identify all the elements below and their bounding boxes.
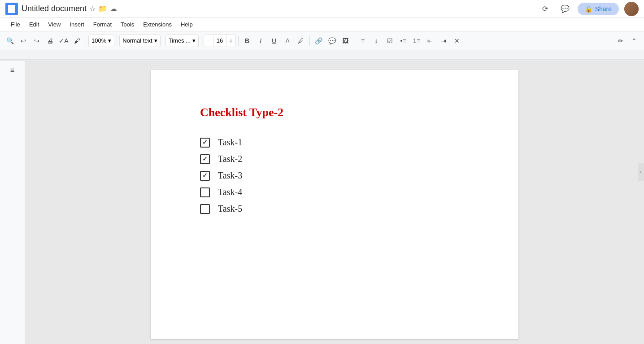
checkbox-1[interactable] (200, 138, 210, 148)
ruler: // Can't use script inside SVG here; dra… (0, 50, 644, 61)
doc-icon (5, 3, 18, 15)
paint-format-button[interactable]: 🖌 (71, 35, 83, 47)
redo-button[interactable]: ↪ (30, 35, 43, 47)
highlight-button[interactable]: 🖊 (295, 35, 307, 47)
font-size-input[interactable] (213, 35, 226, 47)
image-button[interactable]: 🖼 (339, 35, 352, 47)
page: Checklist Type-2 Task-1 Task-2 Task-3 Ta… (151, 70, 518, 339)
chevron-down-icon: ▾ (108, 37, 111, 44)
divider-2 (117, 36, 117, 46)
divider-4 (201, 36, 201, 46)
align-button[interactable]: ≡ (357, 35, 369, 47)
history-button[interactable]: ⟳ (538, 2, 553, 16)
chevron-down-icon: ▾ (154, 37, 157, 44)
outline-icon[interactable]: ≡ (10, 66, 14, 74)
font-family-dropdown[interactable]: Times ... ▾ (165, 35, 199, 47)
task-label-4: Task-4 (218, 187, 242, 197)
checkbox-5[interactable] (200, 204, 210, 214)
list-item: Task-5 (200, 204, 483, 214)
font-size-decrease[interactable]: − (204, 35, 213, 47)
share-button[interactable]: 🔒 Share (578, 3, 619, 15)
menu-help[interactable]: Help (177, 20, 196, 29)
menu-tools[interactable]: Tools (117, 20, 138, 29)
divider-5 (238, 36, 239, 46)
search-button[interactable]: 🔍 (4, 35, 16, 47)
decrease-indent-button[interactable]: ⇤ (424, 35, 436, 47)
menu-view[interactable]: View (44, 20, 64, 29)
menu-format[interactable]: Format (90, 20, 115, 29)
sidebar: ≡ (0, 61, 25, 344)
checklist: Task-1 Task-2 Task-3 Task-4 Task-5 (200, 137, 483, 214)
list-item: Task-1 (200, 137, 483, 148)
task-label-5: Task-5 (218, 204, 242, 214)
checkbox-4[interactable] (200, 187, 210, 197)
zoom-dropdown[interactable]: 100% ▾ (88, 35, 114, 47)
line-spacing-button[interactable]: ↕ (370, 35, 383, 47)
sidebar-toggle[interactable]: ‹ (638, 163, 644, 181)
lock-icon: 🔒 (585, 5, 592, 13)
doc-title[interactable]: Untitled document (22, 4, 87, 13)
increase-indent-button[interactable]: ⇥ (437, 35, 450, 47)
ruler-svg: // Can't use script inside SVG here; dra… (0, 50, 644, 61)
task-label-1: Task-1 (218, 137, 242, 148)
menu-insert[interactable]: Insert (66, 20, 88, 29)
main-area: ≡ Checklist Type-2 Task-1 Task-2 Task-3 (0, 61, 644, 344)
checkbox-3[interactable] (200, 171, 210, 181)
italic-button[interactable]: I (254, 35, 267, 47)
task-label-2: Task-2 (218, 154, 242, 164)
comment-insert-button[interactable]: 💬 (326, 35, 338, 47)
folder-icon[interactable]: 📁 (98, 4, 107, 13)
expand-button[interactable]: ⌃ (628, 35, 640, 47)
star-icon[interactable]: ☆ (89, 4, 96, 13)
avatar[interactable] (624, 2, 639, 16)
spellcheck-button[interactable]: ✓A (57, 35, 70, 47)
divider-1 (86, 36, 86, 46)
comment-button[interactable]: 💬 (558, 2, 572, 16)
divider-7 (354, 36, 354, 46)
print-button[interactable]: 🖨 (44, 35, 57, 47)
checkbox-2[interactable] (200, 154, 210, 164)
link-button[interactable]: 🔗 (312, 35, 325, 47)
list-item: Task-3 (200, 170, 483, 181)
toolbar: 🔍 ↩ ↪ 🖨 ✓A 🖌 100% ▾ Normal text ▾ Times … (0, 31, 644, 50)
header-right: ⟳ 💬 🔒 Share (538, 2, 639, 16)
divider-3 (163, 36, 163, 46)
bullet-list-button[interactable]: •≡ (397, 35, 409, 47)
menu-extensions[interactable]: Extensions (139, 20, 175, 29)
doc-title-area: Untitled document ☆ 📁 ☁ (22, 4, 538, 13)
menu-file[interactable]: File (7, 20, 24, 29)
task-label-3: Task-3 (218, 170, 242, 181)
menu-bar: File Edit View Insert Format Tools Exten… (0, 18, 644, 31)
bold-button[interactable]: B (241, 35, 253, 47)
chevron-down-icon: ▾ (192, 37, 196, 44)
font-size-increase[interactable]: + (226, 35, 235, 47)
numbered-list-button[interactable]: 1≡ (410, 35, 423, 47)
text-color-button[interactable]: A (281, 35, 294, 47)
list-item: Task-4 (200, 187, 483, 197)
menu-edit[interactable]: Edit (26, 20, 43, 29)
font-size-control: − + (204, 35, 236, 47)
underline-button[interactable]: U (268, 35, 280, 47)
edit-mode-button[interactable]: ✏ (614, 35, 627, 47)
divider-6 (309, 36, 310, 46)
undo-button[interactable]: ↩ (17, 35, 30, 47)
document-title: Checklist Type-2 (200, 106, 483, 119)
doc-area: Checklist Type-2 Task-1 Task-2 Task-3 Ta… (25, 61, 644, 344)
title-bar: Untitled document ☆ 📁 ☁ ⟳ 💬 🔒 Share (0, 0, 644, 18)
clear-format-button[interactable]: ✕ (451, 35, 463, 47)
list-item: Task-2 (200, 154, 483, 164)
text-style-dropdown[interactable]: Normal text ▾ (119, 35, 160, 47)
checklist-button[interactable]: ☑ (383, 35, 396, 47)
cloud-icon[interactable]: ☁ (110, 4, 117, 13)
